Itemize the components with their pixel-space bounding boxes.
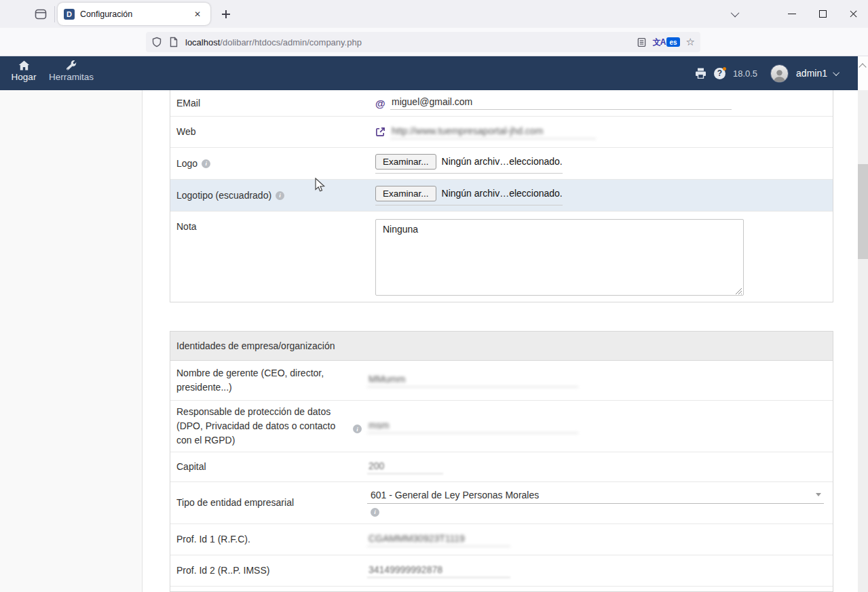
minimize-icon <box>788 14 796 14</box>
info-icon: i <box>202 159 210 168</box>
close-icon <box>849 9 858 18</box>
left-sidebar <box>0 90 143 592</box>
menu-item-home[interactable]: Hogar <box>7 60 41 82</box>
main-content: EMail @ Web Logoi Exa <box>143 90 858 592</box>
row-profid1: Prof. Id 1 (R.F.C). <box>170 524 833 555</box>
tab-bar: D Configuración ✕ <box>0 0 868 28</box>
print-icon[interactable] <box>695 68 706 79</box>
scrollbar-track[interactable] <box>858 90 868 592</box>
tab-title: Configuración <box>80 9 191 19</box>
reader-mode-icon[interactable] <box>637 37 647 47</box>
note-textarea[interactable]: Ninguna <box>375 219 744 296</box>
dolibarr-topbar: Hogar Herramitas ? 18.0.5 admin1 <box>0 56 858 90</box>
squarred-logo-file-input: Examinar... Ningún archiv…eleccionado. <box>375 186 563 205</box>
url-text: localhost/dolibarr/htdocs/admin/company.… <box>185 37 362 47</box>
email-input[interactable] <box>390 96 732 110</box>
menu-tools-label: Herramitas <box>49 73 94 82</box>
file-status-text: Ningún archiv…eleccionado. <box>442 156 563 167</box>
squarred-logo-label: Logotipo (escuadrado) <box>176 189 271 203</box>
tab-configuracion[interactable]: D Configuración ✕ <box>58 3 210 25</box>
web-label: Web <box>170 117 375 147</box>
note-label: Nota <box>170 212 375 302</box>
logo-label: Logo <box>176 157 197 171</box>
entity-type-select[interactable]: 601 - General de Ley Personas Morales <box>367 490 824 504</box>
file-status-text: Ningún archiv…eleccionado. <box>442 188 563 199</box>
info-icon: i <box>276 191 284 200</box>
scroll-up-arrow[interactable] <box>858 63 866 71</box>
home-icon <box>18 60 30 71</box>
minimize-button[interactable] <box>781 5 803 23</box>
tab-close-icon[interactable]: ✕ <box>191 7 204 21</box>
user-menu-chevron-icon[interactable] <box>833 69 839 76</box>
new-tab-button[interactable] <box>217 5 235 23</box>
profid2-label: Prof. Id 2 (R..P. IMSS) <box>170 555 367 586</box>
row-email: EMail @ <box>170 90 833 116</box>
shield-icon[interactable] <box>151 37 162 47</box>
page-scrollbar <box>858 56 868 592</box>
help-icon[interactable]: ? <box>714 68 725 79</box>
profid1-input[interactable] <box>367 533 510 547</box>
menu-item-tools[interactable]: Herramitas <box>45 60 98 82</box>
email-at-icon: @ <box>375 98 390 109</box>
close-window-button[interactable] <box>842 5 864 23</box>
capital-input[interactable] <box>367 460 443 474</box>
row-ceo: Nombre de gerente (CEO, director, presid… <box>170 361 833 400</box>
email-label: EMail <box>170 90 375 116</box>
dpo-input[interactable] <box>367 420 578 433</box>
bookmark-star-icon[interactable]: ☆ <box>686 36 695 48</box>
maximize-icon <box>819 10 827 18</box>
info-icon: i <box>371 508 379 517</box>
row-note: Nota Ninguna <box>170 211 833 302</box>
wrench-icon <box>67 60 77 71</box>
row-profid2: Prof. Id 2 (R..P. IMSS) <box>170 555 833 586</box>
url-host: localhost <box>185 37 220 47</box>
browser-window: D Configuración ✕ localhost/dolibarr/htd… <box>0 0 868 592</box>
page-info-icon[interactable] <box>169 37 178 47</box>
notification-dot <box>723 67 726 71</box>
company-form-table: EMail @ Web Logoi Exa <box>170 90 833 302</box>
list-all-tabs-button[interactable] <box>725 5 747 23</box>
entity-type-label: Tipo de entidad empresarial <box>170 482 367 524</box>
info-icon: i <box>353 425 362 433</box>
dolibarr-favicon: D <box>64 9 75 20</box>
logo-file-input: Examinar... Ningún archiv…eleccionado. <box>375 154 563 174</box>
entity-type-value: 601 - General de Ley Personas Morales <box>371 490 539 500</box>
identity-table: Identidades de empresa/organización Nomb… <box>170 331 833 592</box>
username-label[interactable]: admin1 <box>796 68 827 79</box>
row-capital: Capital <box>170 452 833 481</box>
url-path: /dolibarr/htdocs/admin/company.php <box>220 37 362 47</box>
maximize-button[interactable] <box>812 5 833 23</box>
ceo-label: Nombre de gerente (CEO, director, presid… <box>170 361 367 400</box>
row-cutoff <box>170 586 833 592</box>
section-title: Identidades de empresa/organización <box>170 332 833 361</box>
translate-language-badge: es <box>666 37 679 47</box>
browse-button[interactable]: Examinar... <box>375 154 436 170</box>
row-logo: Logoi Examinar... Ningún archiv…eleccion… <box>170 147 833 179</box>
tab-separator <box>54 6 55 22</box>
browse-button[interactable]: Examinar... <box>375 186 436 201</box>
dpo-label: Responsable de protección de datos (DPO,… <box>176 405 350 448</box>
url-bar[interactable]: localhost/dolibarr/htdocs/admin/company.… <box>146 32 700 52</box>
plus-icon <box>222 10 230 18</box>
menu-home-label: Hogar <box>12 73 37 82</box>
ceo-input[interactable] <box>367 374 578 387</box>
web-input[interactable] <box>390 125 596 139</box>
mouse-cursor <box>313 178 326 193</box>
row-squarred-logo: Logotipo (escuadrado)i Examinar... Ningú… <box>170 179 833 211</box>
translate-button[interactable]: 文A es <box>653 37 680 48</box>
row-web: Web <box>170 116 833 147</box>
external-link-icon <box>375 127 390 137</box>
chevron-down-icon <box>730 9 739 18</box>
select-arrow-icon <box>816 493 821 496</box>
profid2-input[interactable] <box>367 564 510 578</box>
scrollbar-thumb[interactable] <box>858 164 868 259</box>
browser-toolbar: localhost/dolibarr/htdocs/admin/company.… <box>0 28 868 56</box>
version-label: 18.0.5 <box>733 68 757 79</box>
row-entity-type: Tipo de entidad empresarial 601 - Genera… <box>170 481 833 524</box>
capital-label: Capital <box>170 452 367 481</box>
translate-icon: 文A <box>653 37 666 48</box>
avatar[interactable] <box>770 64 789 83</box>
firefox-view-icon[interactable] <box>33 7 48 22</box>
row-dpo: Responsable de protección de datos (DPO,… <box>170 400 833 452</box>
profid1-label: Prof. Id 1 (R.F.C). <box>170 524 367 555</box>
